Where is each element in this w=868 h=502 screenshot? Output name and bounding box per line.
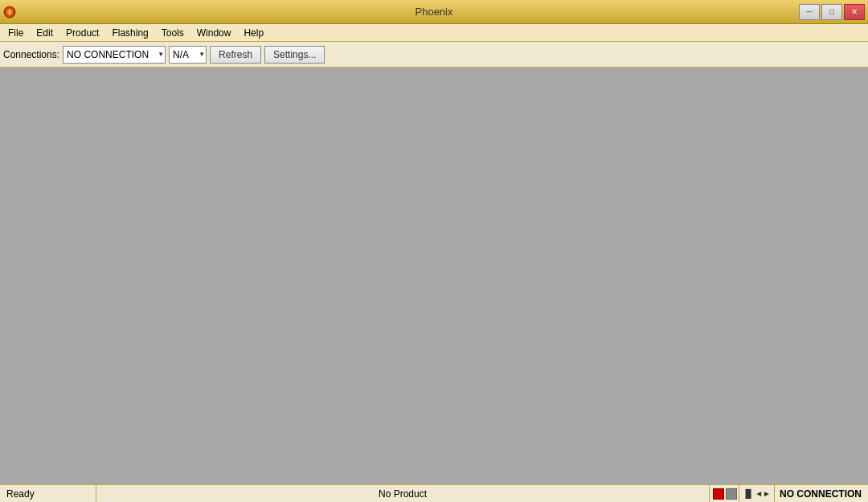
title-bar-controls: ─ □ ✕ — [799, 4, 865, 20]
status-icons: ▐▌ ◄► — [739, 485, 775, 502]
settings-button[interactable]: Settings... — [264, 46, 325, 64]
indicator-red — [713, 488, 724, 500]
main-content — [0, 68, 868, 484]
menu-tools[interactable]: Tools — [155, 24, 190, 41]
status-product: No Product — [96, 485, 710, 502]
status-right: ▐▌ ◄► NO CONNECTION — [710, 485, 868, 502]
menu-window[interactable]: Window — [190, 24, 238, 41]
restore-button[interactable]: □ — [821, 4, 842, 20]
status-ready: Ready — [0, 485, 96, 502]
signal-icon: ◄► — [755, 489, 771, 498]
menu-edit[interactable]: Edit — [30, 24, 59, 41]
menu-flashing[interactable]: Flashing — [105, 24, 154, 41]
app-icon — [3, 6, 16, 19]
menu-bar: File Edit Product Flashing Tools Window … — [0, 24, 868, 42]
connection-select-wrapper[interactable]: NO CONNECTION ▼ — [63, 46, 166, 64]
menu-product[interactable]: Product — [59, 24, 105, 41]
close-button[interactable]: ✕ — [844, 4, 865, 20]
toolbar: Connections: NO CONNECTION ▼ N/A ▼ Refre… — [0, 42, 868, 68]
status-bar: Ready No Product ▐▌ ◄► NO CONNECTION — [0, 484, 868, 502]
status-indicator — [713, 488, 737, 500]
title-bar-left — [3, 6, 16, 19]
indicator-gray — [726, 488, 737, 500]
status-connection-text: NO CONNECTION — [776, 488, 865, 500]
connection-select[interactable]: NO CONNECTION — [63, 46, 166, 64]
refresh-button[interactable]: Refresh — [210, 46, 261, 64]
title-bar: Phoenix ─ □ ✕ — [0, 0, 868, 24]
minimize-button[interactable]: ─ — [799, 4, 820, 20]
port-select[interactable]: N/A — [169, 46, 207, 64]
window-title: Phoenix — [416, 6, 453, 18]
connections-label: Connections: — [3, 49, 59, 60]
port-select-wrapper[interactable]: N/A ▼ — [169, 46, 207, 64]
menu-help[interactable]: Help — [237, 24, 270, 41]
battery-icon: ▐▌ — [743, 489, 754, 498]
menu-file[interactable]: File — [2, 24, 30, 41]
